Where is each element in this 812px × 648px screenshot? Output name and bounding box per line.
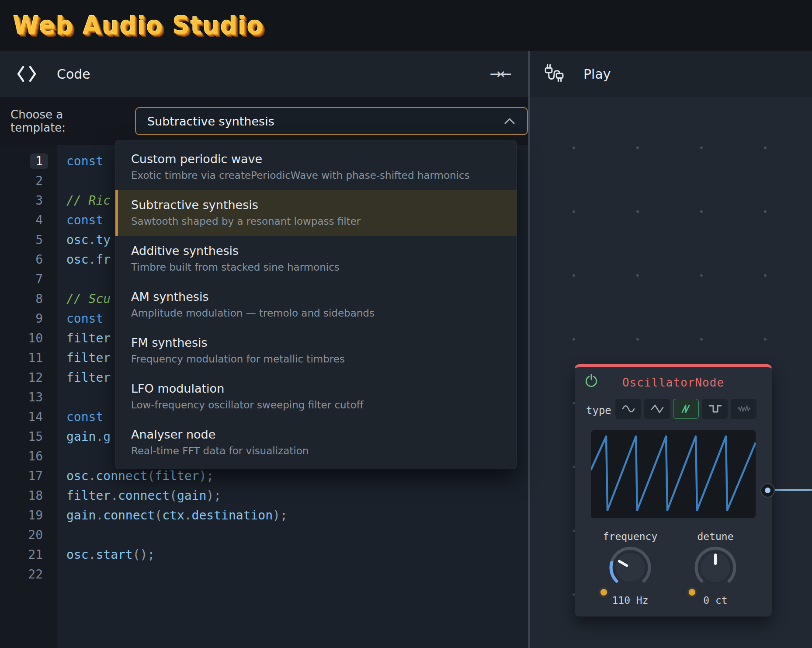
line-content: gain.g xyxy=(57,429,111,444)
frequency-value: 110 Hz xyxy=(586,595,674,606)
template-option-title: Additive synthesis xyxy=(131,244,503,258)
line-content: filter xyxy=(57,331,111,345)
line-number: 20 xyxy=(0,528,57,542)
code-line: 22 xyxy=(0,564,528,584)
template-dropdown: Custom periodic wave Exotic timbre via c… xyxy=(115,140,517,469)
chevron-up-icon xyxy=(503,117,516,125)
line-number: 14 xyxy=(0,410,57,424)
code-icon xyxy=(16,65,38,83)
line-number: 2 xyxy=(0,174,57,188)
wave-sawtooth-button[interactable] xyxy=(673,399,699,419)
play-panel: Play OscillatorNode type xyxy=(530,51,812,648)
line-number: 22 xyxy=(0,567,57,582)
wave-sine-button[interactable] xyxy=(615,399,641,419)
line-number: 3 xyxy=(0,193,57,208)
template-option-description: Low-frequency oscillator sweeping filter… xyxy=(131,399,503,411)
line-content: filter xyxy=(57,370,111,385)
wave-noise-button[interactable] xyxy=(731,399,756,419)
template-option-description: Exotic timbre via createPeriodicWave wit… xyxy=(131,170,503,181)
wave-type-buttons xyxy=(615,399,756,419)
template-option[interactable]: Additive synthesis Timbre built from sta… xyxy=(115,236,517,282)
code-line: 20 xyxy=(0,525,528,545)
detune-label: detune xyxy=(672,531,759,542)
line-number: 7 xyxy=(0,272,57,286)
detune-knob[interactable] xyxy=(694,546,737,589)
line-content: // Scu xyxy=(57,292,111,306)
node-output-port[interactable] xyxy=(760,483,775,498)
line-number: 21 xyxy=(0,547,57,562)
template-label: Choose a template: xyxy=(10,108,119,134)
template-option-description: Sawtooth shaped by a resonant lowpass fi… xyxy=(131,216,503,227)
template-option-title: AM synthesis xyxy=(131,290,503,303)
line-number: 1 xyxy=(0,153,57,169)
waveform-display xyxy=(591,430,756,518)
patch-cable-icon xyxy=(542,63,564,84)
line-content: const xyxy=(57,154,103,168)
collapse-panel-icon[interactable]: →← xyxy=(489,66,510,82)
line-number: 11 xyxy=(0,351,57,365)
line-content: const xyxy=(57,410,103,424)
code-line: 21 osc.start(); xyxy=(0,545,528,564)
template-option-description: Amplitude modulation — tremolo and sideb… xyxy=(131,307,503,319)
line-number: 4 xyxy=(0,213,57,227)
line-number: 16 xyxy=(0,449,57,463)
wave-type-label: type xyxy=(586,404,611,417)
code-panel-title: Code xyxy=(57,66,90,82)
line-content: osc.connect(filter); xyxy=(57,469,214,483)
template-option[interactable]: LFO modulation Low-frequency oscillator … xyxy=(115,373,517,419)
detune-value: 0 ct xyxy=(672,595,759,606)
template-select[interactable]: Subtractive synthesis xyxy=(135,107,528,135)
template-option-description: Frequency modulation for metallic timbre… xyxy=(131,353,503,365)
frequency-label: frequency xyxy=(586,531,674,542)
line-content: gain.connect(ctx.destination); xyxy=(57,508,288,523)
output-cable xyxy=(775,489,812,491)
line-number: 10 xyxy=(0,331,57,345)
line-number: 15 xyxy=(0,429,57,444)
template-option[interactable]: FM synthesis Frequency modulation for me… xyxy=(115,327,517,373)
line-number: 17 xyxy=(0,469,57,483)
template-option-title: Analyser node xyxy=(131,428,503,441)
template-option[interactable]: Analyser node Real-time FFT data for vis… xyxy=(115,419,517,465)
line-number: 13 xyxy=(0,390,57,404)
line-content: filter.connect(gain); xyxy=(57,488,221,503)
line-content: const xyxy=(57,213,103,227)
template-option-title: Custom periodic wave xyxy=(131,152,503,166)
node-graph-canvas[interactable]: OscillatorNode type xyxy=(530,97,812,648)
app-header: Web Audio Studio xyxy=(0,0,812,51)
template-option[interactable]: Custom periodic wave Exotic timbre via c… xyxy=(115,144,517,190)
oscillator-node-card[interactable]: OscillatorNode type xyxy=(575,364,772,617)
line-content: filter xyxy=(57,351,111,365)
line-number: 8 xyxy=(0,292,57,306)
line-content: const xyxy=(57,311,103,326)
template-select-value: Subtractive synthesis xyxy=(147,115,274,128)
code-line: 18 filter.connect(gain); xyxy=(0,486,528,505)
node-title: OscillatorNode xyxy=(575,376,772,389)
template-option-title: Subtractive synthesis xyxy=(131,198,503,212)
template-option-title: FM synthesis xyxy=(131,336,503,349)
line-content: // Ric xyxy=(57,193,111,208)
template-option-description: Timbre built from stacked sine harmonics xyxy=(131,261,503,273)
frequency-knob[interactable] xyxy=(608,546,652,589)
line-content: osc.ty xyxy=(57,233,111,247)
line-number: 18 xyxy=(0,488,57,503)
line-number: 6 xyxy=(0,252,57,267)
line-number: 12 xyxy=(0,370,57,385)
play-panel-header: Play xyxy=(530,51,812,97)
template-option[interactable]: Subtractive synthesis Sawtooth shaped by… xyxy=(115,190,517,236)
line-number: 19 xyxy=(0,508,57,523)
wave-square-button[interactable] xyxy=(702,399,728,419)
template-row: Choose a template: Subtractive synthesis xyxy=(0,97,528,145)
line-content: osc.start(); xyxy=(57,547,155,562)
code-panel-header: Code →← xyxy=(0,51,528,97)
template-option-description: Real-time FFT data for visualization xyxy=(131,445,503,456)
line-number: 9 xyxy=(0,311,57,326)
line-number: 5 xyxy=(0,233,57,247)
wave-triangle-button[interactable] xyxy=(644,399,670,419)
template-option[interactable]: AM synthesis Amplitude modulation — trem… xyxy=(115,282,517,327)
play-panel-title: Play xyxy=(583,66,611,82)
template-option-title: LFO modulation xyxy=(131,382,503,395)
app-logo: Web Audio Studio xyxy=(13,11,264,40)
code-line: 19 gain.connect(ctx.destination); xyxy=(0,505,528,525)
line-content: osc.fr xyxy=(57,252,111,267)
